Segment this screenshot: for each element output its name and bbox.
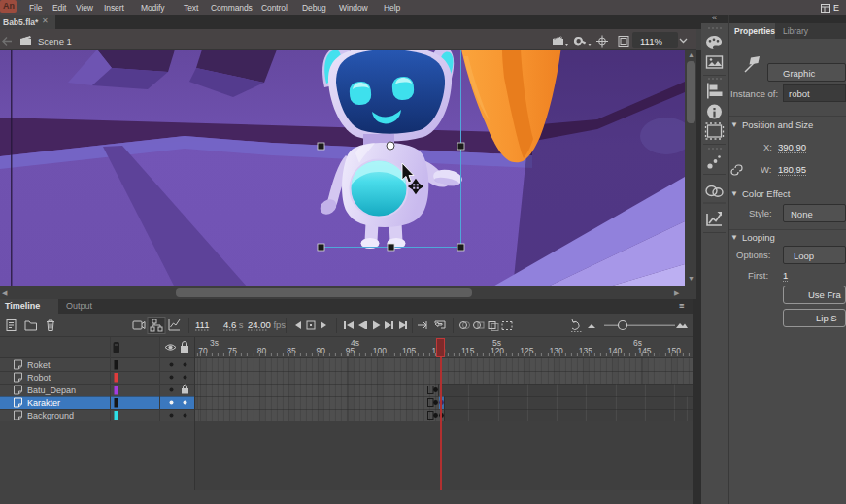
svg-text:24.00 fps: 24.00 fps (248, 319, 286, 330)
svg-text:4.6 s: 4.6 s (223, 319, 244, 330)
svg-text:111: 111 (195, 319, 209, 330)
